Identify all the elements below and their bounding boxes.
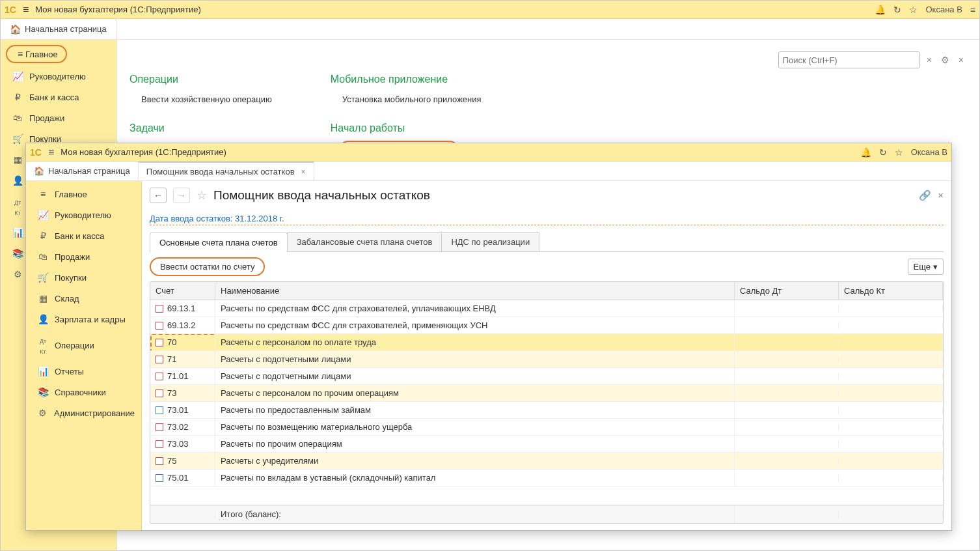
table-row[interactable]: 75.01Расчеты по вкладам в уставный (скла… [150, 470, 943, 487]
sidebar-icon: 👤 [12, 175, 23, 186]
bell-icon[interactable]: 🔔 [860, 147, 871, 158]
tab-home[interactable]: 🏠 Начальная страница [1, 19, 116, 39]
cell-debit [735, 458, 839, 464]
cell-debit [735, 373, 839, 380]
account-icon [156, 373, 163, 380]
tab-label: Помощник ввода начальных остатков [146, 167, 295, 177]
sidebar-item[interactable]: 🛒Покупки [26, 267, 141, 288]
sidebar-item[interactable]: ДтКтОперации [26, 330, 141, 361]
sidebar-item[interactable]: ≡Главное [26, 184, 141, 205]
star-icon[interactable]: ☆ [895, 147, 903, 158]
table-row[interactable]: 71.01Расчеты с подотчетными лицами [150, 368, 943, 385]
sidebar-item[interactable]: 📚Справочники [26, 382, 141, 403]
col-name[interactable]: Наименование [215, 282, 735, 300]
sidebar-item[interactable]: 📈Руководителю [1, 66, 116, 87]
enter-balance-button[interactable]: Ввести остатки по счету [150, 257, 265, 276]
table-row[interactable]: 70Расчеты с персоналом по оплате труда [150, 334, 943, 351]
table-row[interactable]: 69.13.2Расчеты по средствам ФСС для стра… [150, 317, 943, 334]
tab-home-inner[interactable]: 🏠 Начальная страница [26, 162, 139, 180]
cell-debit [735, 407, 839, 414]
menu-icon[interactable]: ≡ [23, 4, 29, 16]
cell-account: 70 [167, 337, 176, 347]
sidebar-icon: ⚙ [12, 269, 23, 279]
balance-date-link[interactable]: Дата ввода остатков: 31.12.2018 г. [150, 214, 944, 225]
cell-account: 73.02 [167, 422, 189, 432]
cell-debit [735, 356, 839, 363]
sidebar-item[interactable]: ≡Главное [1, 42, 116, 66]
nav-back-button[interactable]: ← [150, 188, 167, 203]
col-credit[interactable]: Сальдо Кт [839, 282, 943, 300]
cell-debit [735, 339, 839, 346]
footer-label: Итого (баланс): [215, 505, 735, 523]
table-row[interactable]: 73.02Расчеты по возмещению материального… [150, 419, 943, 436]
link-icon[interactable]: 🔗 [919, 190, 931, 201]
search-clear-icon[interactable]: × [924, 53, 934, 66]
cell-name: Расчеты по средствам ФСС для страховател… [215, 300, 735, 317]
tabstrip: 🏠 Начальная страница [1, 19, 979, 40]
sidebar-label: Склад [55, 294, 79, 304]
sidebar-item[interactable]: ▦Склад [26, 288, 141, 309]
sidebar-item[interactable]: 🛍Продажи [1, 107, 116, 128]
star-icon[interactable]: ☆ [909, 5, 918, 15]
subtab-main-accounts[interactable]: Основные счета плана счетов [150, 233, 288, 252]
cell-account: 69.13.1 [167, 304, 195, 313]
tab-home-label: Начальная страница [48, 166, 130, 176]
sidebar-item[interactable]: ⚙Администрирование [26, 403, 141, 423]
table-row[interactable]: 73.01Расчеты по предоставленным займам [150, 402, 943, 419]
sidebar-item[interactable]: 👤Зарплата и кадры [26, 309, 141, 330]
sidebar-item[interactable]: 🛍Продажи [26, 246, 141, 267]
account-icon [156, 423, 163, 431]
cell-name: Расчеты с учредителями [215, 453, 735, 469]
sidebar-item[interactable]: ₽Банк и касса [1, 87, 116, 107]
gear-icon[interactable]: ⚙ [938, 53, 952, 66]
tab-close-icon[interactable]: × [301, 167, 306, 177]
sidebar-icon: 📚 [12, 248, 23, 259]
account-icon [156, 474, 163, 482]
inner-tabstrip: 🏠 Начальная страница Помощник ввода нача… [26, 162, 951, 181]
table-row[interactable]: 71Расчеты с подотчетными лицами [150, 351, 943, 368]
account-icon [156, 389, 163, 397]
cell-name: Расчеты по предоставленным займам [215, 402, 735, 418]
col-debit[interactable]: Сальдо Дт [735, 282, 839, 300]
close-page-icon[interactable]: × [938, 190, 944, 201]
table-row[interactable]: 75Расчеты с учредителями [150, 453, 943, 470]
table-row[interactable]: 73.03Расчеты по прочим операциям [150, 436, 943, 453]
user-label[interactable]: Оксана В [911, 147, 947, 157]
cell-credit [839, 441, 943, 447]
sidebar-label: Руководителю [29, 72, 86, 81]
cell-credit [839, 373, 943, 380]
close-icon[interactable]: × [956, 53, 966, 66]
nav-forward-button[interactable]: → [173, 188, 190, 203]
sidebar-item[interactable]: ₽Банк и касса [26, 225, 141, 246]
table-row[interactable]: 73Расчеты с персоналом по прочим операци… [150, 385, 943, 402]
cell-credit [839, 339, 943, 346]
subtab-offbalance[interactable]: Забалансовые счета плана счетов [287, 232, 442, 251]
page-title: Помощник ввода начальных остатков [213, 188, 430, 203]
link-install-mobile[interactable]: Установка мобильного приложения [331, 92, 482, 107]
link-enter-operation[interactable]: Ввести хозяйственную операцию [129, 92, 272, 107]
sidebar-label: Главное [25, 49, 58, 59]
menu-icon[interactable]: ≡ [48, 147, 54, 158]
sidebar-item[interactable]: 📊Отчеты [26, 361, 141, 382]
tab-balance-assistant[interactable]: Помощник ввода начальных остатков × [139, 162, 314, 180]
cell-debit [735, 322, 839, 329]
col-account[interactable]: Счет [150, 282, 215, 300]
search-input[interactable] [778, 51, 920, 68]
inner-main: ← → ☆ Помощник ввода начальных остатков … [142, 181, 951, 530]
logo-1c: 1C [5, 5, 16, 15]
inner-app-title: Моя новая бухгалтерия (1С:Предприятие) [61, 147, 226, 157]
more-button[interactable]: Еще ▾ [908, 259, 944, 275]
more-label: Еще [914, 262, 931, 272]
history-icon[interactable]: ↻ [893, 5, 901, 15]
table-row[interactable]: 69.13.1Расчеты по средствам ФСС для стра… [150, 300, 943, 317]
sidebar-item[interactable]: 📈Руководителю [26, 205, 141, 225]
sidebar-inner: ≡Главное📈Руководителю₽Банк и касса🛍Прода… [26, 181, 142, 530]
user-menu-icon[interactable]: ≡ [970, 5, 975, 15]
favorite-icon[interactable]: ☆ [197, 188, 207, 203]
sidebar-label: Продажи [29, 113, 64, 123]
subtab-vat[interactable]: НДС по реализации [441, 232, 539, 251]
bell-icon[interactable]: 🔔 [875, 5, 886, 15]
cell-name: Расчеты по вкладам в уставный (складочны… [215, 470, 735, 486]
user-label[interactable]: Оксана В [925, 5, 962, 14]
history-icon[interactable]: ↻ [879, 147, 887, 158]
